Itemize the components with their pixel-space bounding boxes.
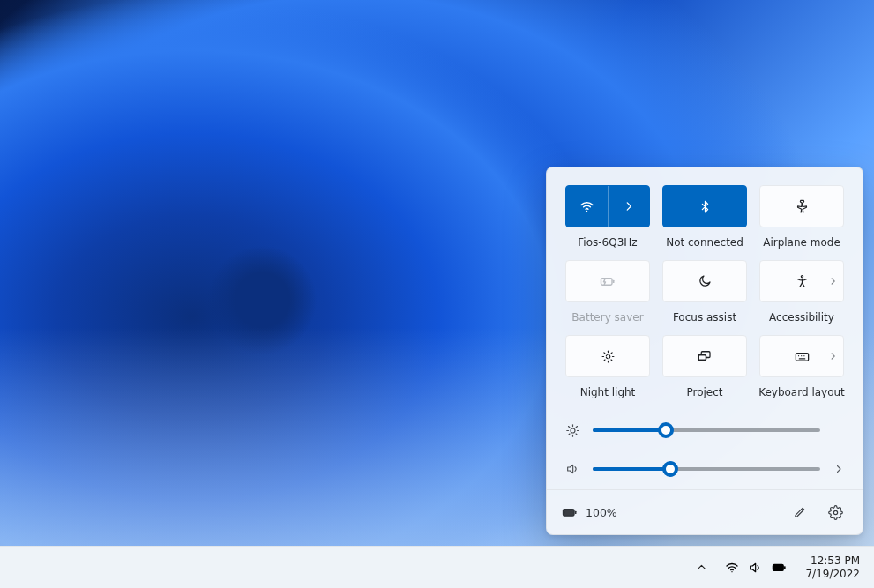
- wifi-toggle[interactable]: [566, 186, 609, 227]
- svg-rect-36: [773, 564, 784, 570]
- bluetooth-tile[interactable]: [662, 185, 747, 227]
- svg-rect-32: [575, 511, 577, 514]
- svg-point-34: [732, 571, 733, 572]
- moon-icon: [698, 274, 712, 288]
- accessibility-tile[interactable]: [759, 260, 844, 302]
- chevron-right-icon: [828, 352, 838, 361]
- svg-line-12: [611, 352, 612, 353]
- svg-point-4: [606, 354, 610, 359]
- taskbar-clock[interactable]: 12:53 PM 7/19/2022: [800, 553, 865, 583]
- airplane-mode-label: Airplane mode: [763, 236, 840, 249]
- wifi-icon: [725, 561, 739, 575]
- wifi-expand[interactable]: [609, 186, 650, 227]
- svg-line-11: [603, 360, 604, 361]
- project-icon: [697, 348, 713, 364]
- svg-point-33: [833, 510, 837, 514]
- keyboard-layout-tile[interactable]: [759, 335, 844, 377]
- airplane-icon: [795, 199, 810, 214]
- airplane-mode-tile[interactable]: [759, 185, 844, 227]
- battery-status[interactable]: 100%: [561, 503, 617, 521]
- volume-fill: [593, 467, 670, 471]
- bluetooth-label: Not connected: [666, 236, 743, 249]
- project-label: Project: [686, 386, 722, 399]
- keyboard-icon: [794, 348, 811, 365]
- brightness-thumb[interactable]: [658, 422, 674, 438]
- battery-saver-tile: [565, 260, 650, 302]
- night-light-tile[interactable]: [565, 335, 650, 377]
- svg-marker-35: [751, 563, 756, 571]
- focus-assist-label: Focus assist: [673, 311, 736, 324]
- brightness-fill: [593, 428, 666, 432]
- wifi-label: Fios-6Q3Hz: [578, 236, 637, 249]
- pencil-icon: [793, 505, 807, 519]
- svg-point-3: [801, 275, 803, 277]
- svg-line-26: [568, 426, 569, 427]
- battery-charging-icon: [561, 503, 579, 521]
- project-tile[interactable]: [662, 335, 747, 377]
- tray-overflow-button[interactable]: [691, 556, 713, 578]
- svg-point-21: [571, 428, 575, 433]
- svg-rect-16: [796, 353, 808, 361]
- svg-line-27: [576, 434, 577, 435]
- bluetooth-icon: [698, 200, 712, 213]
- svg-point-0: [586, 210, 587, 211]
- accessibility-icon: [795, 274, 810, 289]
- svg-marker-30: [568, 465, 573, 473]
- quick-settings-grid: Fios-6Q3Hz Not connected Airplane: [564, 185, 845, 399]
- tray-network-volume-battery[interactable]: [718, 555, 795, 579]
- volume-icon: [564, 462, 580, 476]
- svg-line-28: [568, 434, 569, 435]
- taskbar-time: 12:53 PM: [805, 555, 860, 568]
- accessibility-label: Accessibility: [769, 311, 834, 324]
- wifi-tile[interactable]: [565, 185, 650, 227]
- chevron-right-icon: [623, 200, 635, 212]
- gear-icon: [828, 505, 843, 520]
- focus-assist-tile[interactable]: [662, 260, 747, 302]
- volume-icon: [748, 561, 762, 575]
- battery-percent: 100%: [586, 506, 617, 519]
- quick-settings-panel: Fios-6Q3Hz Not connected Airplane: [546, 167, 863, 535]
- taskbar: 12:53 PM 7/19/2022: [0, 546, 874, 588]
- battery-saver-icon: [599, 272, 616, 290]
- keyboard-layout-label: Keyboard layout: [758, 386, 845, 399]
- brightness-icon: [564, 423, 580, 438]
- taskbar-date: 7/19/2022: [805, 568, 860, 581]
- volume-slider[interactable]: [593, 461, 820, 477]
- svg-line-9: [603, 352, 604, 353]
- svg-line-10: [611, 360, 612, 361]
- edit-quick-settings-button[interactable]: [787, 499, 813, 525]
- svg-rect-14: [698, 355, 706, 361]
- volume-output-expand[interactable]: [833, 464, 845, 474]
- wifi-icon: [579, 199, 594, 214]
- battery-saver-label: Battery saver: [571, 311, 643, 324]
- chevron-up-icon: [696, 562, 707, 573]
- chevron-right-icon: [828, 277, 838, 287]
- svg-rect-1: [601, 279, 613, 286]
- battery-icon: [771, 559, 788, 576]
- settings-button[interactable]: [822, 499, 848, 525]
- night-light-icon: [601, 349, 616, 364]
- night-light-label: Night light: [580, 386, 636, 399]
- brightness-slider[interactable]: [593, 422, 820, 438]
- svg-rect-2: [613, 280, 615, 283]
- svg-rect-37: [785, 566, 787, 569]
- system-tray: 12:53 PM 7/19/2022: [691, 553, 865, 583]
- volume-thumb[interactable]: [662, 461, 678, 477]
- svg-line-29: [576, 426, 577, 427]
